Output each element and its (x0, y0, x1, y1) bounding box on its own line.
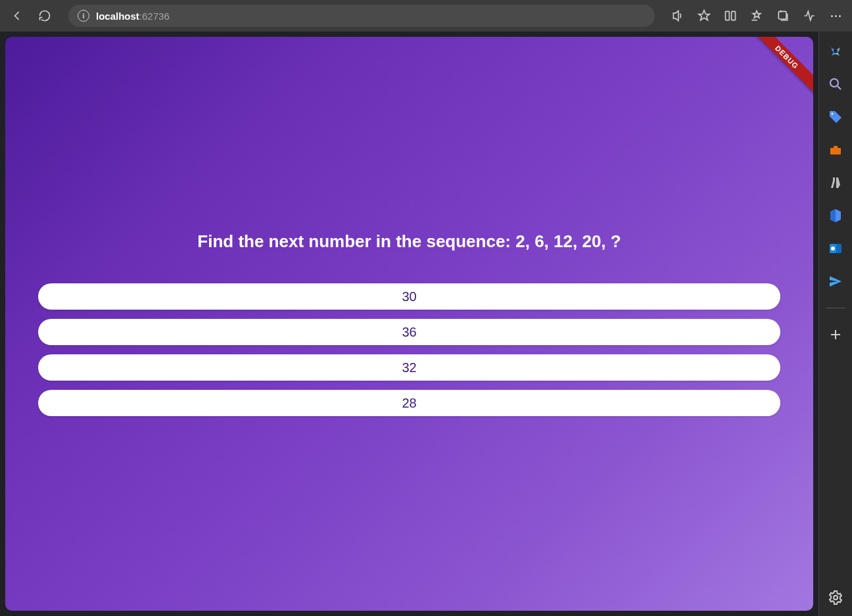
back-button[interactable] (9, 8, 25, 24)
option-button-0[interactable]: 30 (38, 283, 780, 310)
games-icon[interactable] (828, 175, 843, 191)
shopping-tag-icon[interactable] (828, 109, 843, 125)
option-label: 28 (402, 396, 416, 411)
site-info-icon[interactable]: i (78, 10, 89, 22)
question-text: Find the next number in the sequence: 2,… (197, 231, 621, 252)
options-list: 30 36 32 28 (38, 283, 780, 416)
svg-rect-2 (778, 11, 786, 19)
quiz-container: Find the next number in the sequence: 2,… (5, 231, 813, 416)
search-sidebar-icon[interactable] (828, 76, 843, 92)
copilot-icon[interactable] (828, 43, 843, 59)
option-button-1[interactable]: 36 (38, 319, 780, 345)
svg-point-3 (830, 79, 838, 87)
favorite-star-icon[interactable] (697, 9, 711, 23)
svg-rect-1 (732, 11, 736, 20)
page-viewport: DEBUG Find the next number in the sequen… (0, 32, 818, 616)
more-menu-icon[interactable] (828, 9, 843, 23)
svg-point-4 (832, 113, 834, 115)
settings-sidebar-icon[interactable] (828, 590, 843, 605)
url-port: :62736 (139, 11, 170, 22)
performance-icon[interactable] (802, 9, 816, 23)
url-host: localhost (96, 11, 139, 22)
option-button-3[interactable]: 28 (38, 390, 780, 416)
browser-right-actions (671, 9, 843, 23)
url-text: localhost:62736 (96, 11, 170, 22)
option-button-2[interactable]: 32 (38, 354, 780, 381)
svg-rect-5 (830, 148, 841, 154)
add-sidebar-icon[interactable] (828, 327, 843, 343)
quiz-app: DEBUG Find the next number in the sequen… (5, 37, 813, 611)
office-icon[interactable] (828, 208, 843, 224)
refresh-button[interactable] (37, 8, 53, 24)
svg-point-8 (831, 247, 835, 250)
sidebar-divider (826, 308, 845, 308)
option-label: 36 (402, 325, 416, 340)
favorites-list-icon[interactable] (749, 9, 764, 23)
read-aloud-icon[interactable] (671, 9, 685, 23)
split-screen-icon[interactable] (723, 9, 738, 23)
option-label: 32 (402, 360, 416, 375)
collections-icon[interactable] (776, 9, 790, 23)
svg-point-9 (834, 596, 838, 600)
tools-icon[interactable] (828, 142, 843, 158)
option-label: 30 (402, 289, 416, 304)
outlook-icon[interactable] (828, 241, 843, 256)
send-icon[interactable] (828, 273, 843, 289)
debug-ribbon: DEBUG (741, 37, 813, 109)
browser-sidebar (818, 32, 852, 616)
address-bar[interactable]: i localhost:62736 (68, 5, 655, 27)
svg-rect-0 (726, 11, 730, 20)
debug-ribbon-label: DEBUG (748, 37, 813, 96)
browser-toolbar: i localhost:62736 (0, 0, 852, 32)
